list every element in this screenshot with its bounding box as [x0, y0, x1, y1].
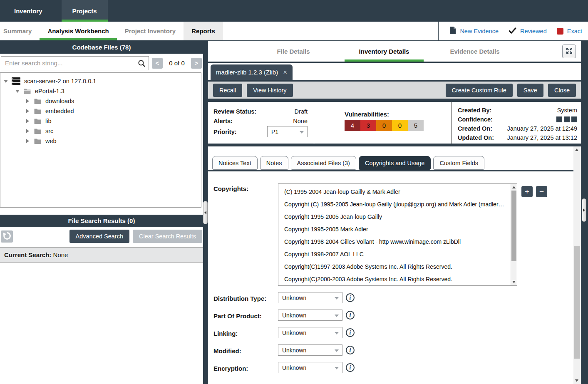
create-custom-rule-button[interactable]: Create Custom Rule — [446, 84, 513, 97]
copyright-entry[interactable]: Copyright 1998-2007 AOL LLC — [284, 248, 504, 260]
collapse-right-handle[interactable] — [582, 198, 586, 222]
tab-summary[interactable]: Summary — [0, 22, 40, 40]
expand-panel-button[interactable] — [562, 45, 576, 58]
remove-copyright-button[interactable]: − — [536, 186, 547, 197]
chevron-down-icon — [335, 367, 339, 369]
scroll-down-icon[interactable] — [512, 281, 516, 283]
caret-right-icon[interactable] — [26, 139, 29, 143]
info-icon[interactable] — [346, 311, 355, 320]
linking-select[interactable]: Unknown — [278, 327, 342, 338]
copyright-entry[interactable]: Copyright 1995-2005 Mark Adler — [284, 223, 504, 235]
tab-associated-files[interactable]: Associated Files (3) — [291, 156, 356, 170]
vuln-none-segment[interactable]: 5 — [408, 120, 424, 131]
tree-item-embedded[interactable]: embedded — [0, 106, 201, 116]
evidence-legend: New Evidence Reviewed Exact — [438, 22, 588, 40]
tab-notes[interactable]: Notes — [260, 156, 288, 170]
content-scroll-thumb[interactable] — [574, 246, 580, 359]
codebase-search-input[interactable] — [1, 57, 149, 70]
tree-item-web[interactable]: web — [0, 136, 201, 146]
priority-select[interactable]: P1 — [267, 126, 308, 137]
copyright-entry[interactable]: Copyright 1998-2004 Gilles Vollant - htt… — [284, 235, 504, 248]
alerts-row: Alerts: None — [213, 116, 308, 126]
modified-select[interactable]: Unknown — [278, 344, 342, 356]
vuln-high-segment[interactable]: 3 — [360, 120, 376, 131]
chevron-down-icon — [335, 332, 339, 334]
updated-on-label: Updated On: — [458, 134, 494, 141]
caret-right-icon[interactable] — [26, 119, 29, 123]
field-row-linking: Linking: Unknown — [213, 327, 573, 338]
legend-reviewed-label: Reviewed — [520, 28, 547, 35]
priority-label: Priority: — [213, 129, 237, 135]
info-icon[interactable] — [346, 328, 355, 337]
refresh-icon — [2, 231, 12, 242]
caret-down-icon[interactable] — [4, 80, 8, 83]
close-button[interactable]: Close — [548, 84, 576, 97]
copyright-entry[interactable]: Copyright(C)2000-2003 Adobe Systems Inc.… — [284, 273, 504, 285]
distribution-type-select[interactable]: Unknown — [278, 292, 342, 303]
folder-icon — [34, 138, 42, 144]
tab-file-details[interactable]: File Details — [254, 41, 333, 62]
tab-project-inventory[interactable]: Project Inventory — [117, 22, 184, 40]
tab-analysis-workbench[interactable]: Analysis Workbench — [40, 22, 117, 40]
copyright-entry[interactable]: Copyright(C)1997-2003 Adobe Systems Inc.… — [284, 260, 504, 273]
advanced-search-button[interactable]: Advanced Search — [69, 230, 129, 243]
inventory-toolbar: Recall View History Create Custom Rule S… — [208, 82, 581, 102]
scroll-up-icon[interactable] — [575, 149, 578, 151]
refresh-button[interactable] — [1, 230, 13, 243]
copyrights-scrollbar[interactable] — [511, 184, 517, 285]
vuln-medium-segment[interactable]: 0 — [376, 120, 392, 131]
current-search-value: None — [53, 251, 68, 258]
view-history-button[interactable]: View History — [247, 84, 293, 97]
caret-down-icon[interactable] — [15, 90, 20, 93]
copyrights-scroll-thumb[interactable] — [511, 191, 516, 261]
tab-inventory-details[interactable]: Inventory Details — [345, 41, 424, 62]
close-icon[interactable]: × — [283, 69, 287, 76]
copyrights-listbox[interactable]: (C) 1995-2004 Jean-loup Gailly & Mark Ad… — [278, 183, 517, 286]
distribution-type-value: Unknown — [282, 295, 306, 301]
search-next-button[interactable]: > — [191, 58, 202, 69]
scroll-up-icon[interactable] — [512, 186, 516, 188]
recall-button[interactable]: Recall — [213, 84, 242, 97]
tree-item-eportal[interactable]: ePortal-1.3 — [0, 86, 201, 96]
tree-item-lib[interactable]: lib — [0, 116, 201, 126]
encryption-select[interactable]: Unknown — [278, 362, 342, 373]
caret-right-icon[interactable] — [26, 109, 29, 113]
tab-copyrights-and-usage[interactable]: Copyrights and Usage — [359, 156, 431, 170]
part-of-product-select[interactable]: Unknown — [278, 310, 342, 321]
tree-item-scan-server[interactable]: scan-server-2 on 127.0.0.1 — [0, 76, 201, 86]
add-copyright-button[interactable]: + — [521, 186, 533, 197]
save-button[interactable]: Save — [517, 84, 543, 97]
info-icon[interactable] — [346, 346, 355, 354]
tab-projects[interactable]: Projects — [62, 0, 108, 22]
info-icon[interactable] — [346, 363, 355, 372]
clear-search-results-button[interactable]: Clear Search Results — [133, 230, 202, 243]
copyright-entry[interactable]: Copyright 1995-2005 Jean-loup Gailly — [284, 211, 504, 223]
tab-reports[interactable]: Reports — [184, 22, 223, 40]
tab-custom-fields[interactable]: Custom Fields — [433, 156, 484, 170]
legend-reviewed: Reviewed — [509, 27, 547, 35]
legend-exact: Exact — [557, 28, 582, 35]
vuln-low-segment[interactable]: 0 — [392, 120, 408, 131]
tree-item-downloads[interactable]: downloads — [0, 96, 201, 106]
search-icon[interactable] — [138, 59, 146, 69]
copyright-entry[interactable]: (C) 1995-2004 Jean-loup Gailly & Mark Ad… — [284, 186, 504, 198]
alerts-label: Alerts: — [213, 118, 233, 124]
content-scrollbar[interactable] — [573, 146, 581, 384]
info-icon[interactable] — [346, 293, 355, 302]
caret-right-icon[interactable] — [26, 129, 29, 133]
file-search-results-header: File Search Results (0) — [0, 215, 203, 227]
inventory-status-panel: Review Status: Draft Alerts: None Priori… — [208, 102, 581, 146]
copyright-entry[interactable]: Copyright (C) 1995-2005 Jean-loup Gailly… — [284, 198, 504, 211]
inventory-item-tab[interactable]: madler-zlib 1.2.3 (Zlib) × — [211, 64, 293, 80]
tab-notices-text[interactable]: Notices Text — [212, 156, 258, 170]
confidence-block — [556, 116, 562, 122]
tab-evidence-details[interactable]: Evidence Details — [435, 41, 514, 62]
tree-item-label: ePortal-1.3 — [35, 88, 65, 94]
vuln-critical-segment[interactable]: 4 — [345, 120, 360, 131]
collapse-left-handle[interactable] — [203, 201, 208, 224]
scroll-down-icon[interactable] — [575, 379, 578, 382]
search-prev-button[interactable]: < — [152, 58, 163, 69]
caret-right-icon[interactable] — [26, 99, 29, 103]
tab-inventory[interactable]: Inventory — [3, 0, 53, 22]
tree-item-src[interactable]: src — [0, 126, 201, 136]
